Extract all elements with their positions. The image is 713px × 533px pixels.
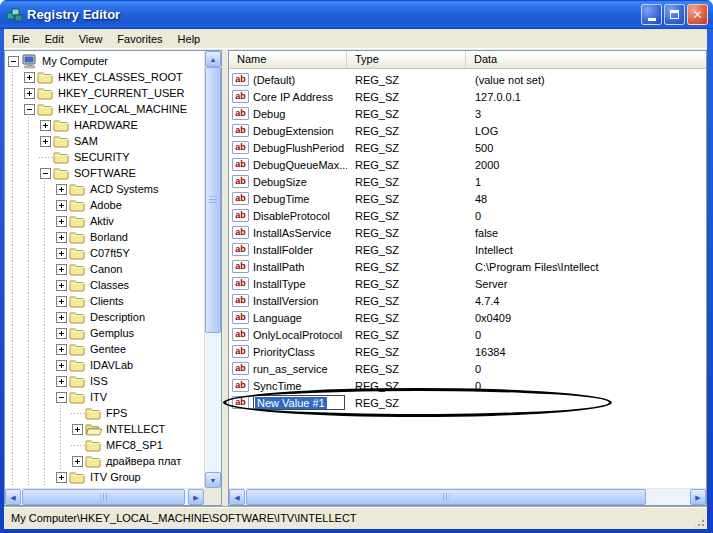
collapse-minus-icon[interactable] [56, 392, 67, 403]
expand-plus-icon[interactable] [56, 248, 67, 259]
registry-value-row[interactable]: abOnlyLocalProtocolREG_SZ0 [229, 326, 706, 343]
expand-plus-icon[interactable] [56, 216, 67, 227]
scroll-down-button[interactable]: ▼ [205, 472, 221, 488]
expand-plus-icon[interactable] [56, 232, 67, 243]
scroll-left-button[interactable]: ◀ [5, 489, 21, 505]
collapse-minus-icon[interactable] [40, 168, 51, 179]
tree-horizontal-scrollbar[interactable]: ◀ ▶ [5, 488, 204, 505]
tree-item-itv[interactable]: ITV [5, 389, 204, 405]
menu-item-view[interactable]: View [72, 30, 111, 48]
titlebar[interactable]: Registry Editor ✕ [0, 0, 713, 29]
close-button[interactable]: ✕ [687, 4, 708, 25]
tree-item-adobe[interactable]: Adobe [5, 197, 204, 213]
column-header-type[interactable]: Type [347, 51, 466, 68]
scroll-thumb[interactable] [246, 489, 646, 505]
expand-plus-icon[interactable] [56, 472, 67, 483]
scroll-left-button[interactable]: ◀ [229, 489, 245, 505]
scroll-right-button[interactable]: ▶ [188, 489, 204, 505]
expand-plus-icon[interactable] [56, 296, 67, 307]
minimize-button[interactable] [641, 4, 662, 25]
tree-item-aktiv[interactable]: Aktiv [5, 213, 204, 229]
registry-value-row[interactable]: abDebugExtensionREG_SZLOG [229, 122, 706, 139]
registry-value-row[interactable]: abCore IP AddressREG_SZ127.0.0.1 [229, 88, 706, 105]
tree-item-idavlab[interactable]: IDAVLab [5, 357, 204, 373]
tree-item-security[interactable]: SECURITY [5, 149, 204, 165]
list-horizontal-scrollbar[interactable]: ◀ ▶ [229, 488, 706, 505]
tree-vertical-scrollbar[interactable]: ▲ ▼ [204, 51, 221, 488]
tree-item-borland[interactable]: Borland [5, 229, 204, 245]
expand-plus-icon[interactable] [24, 88, 35, 99]
registry-value-row[interactable]: ab(Default)REG_SZ(value not set) [229, 71, 706, 88]
scroll-right-button[interactable]: ▶ [690, 489, 706, 505]
expand-plus-icon[interactable] [40, 120, 51, 131]
tree-item-hkey-classes-root[interactable]: HKEY_CLASSES_ROOT [5, 69, 204, 85]
menu-item-favorites[interactable]: Favorites [110, 30, 170, 48]
collapse-minus-icon[interactable] [24, 104, 35, 115]
registry-value-row[interactable]: abLanguageREG_SZ0x0409 [229, 309, 706, 326]
tree-item-hardware[interactable]: HARDWARE [5, 117, 204, 133]
menu-item-help[interactable]: Help [171, 30, 209, 48]
expand-plus-icon[interactable] [56, 184, 67, 195]
expand-plus-icon[interactable] [56, 264, 67, 275]
expand-plus-icon[interactable] [56, 280, 67, 291]
tree-item-gentee[interactable]: Gentee [5, 341, 204, 357]
scroll-track[interactable] [245, 489, 690, 505]
tree-item-acd-systems[interactable]: ACD Systems [5, 181, 204, 197]
maximize-button[interactable] [664, 4, 685, 25]
expand-plus-icon[interactable] [72, 424, 83, 435]
tree-item-gemplus[interactable]: Gemplus [5, 325, 204, 341]
tree-item-canon[interactable]: Canon [5, 261, 204, 277]
menu-item-file[interactable]: File [5, 30, 38, 48]
scroll-track[interactable] [21, 489, 188, 505]
tree-item-sam[interactable]: SAM [5, 133, 204, 149]
registry-value-row[interactable]: abInstallTypeREG_SZServer [229, 275, 706, 292]
tree-item-software[interactable]: SOFTWARE [5, 165, 204, 181]
tree-item-itv-group[interactable]: ITV Group [5, 469, 204, 485]
scroll-thumb[interactable] [205, 67, 221, 333]
expand-plus-icon[interactable] [56, 312, 67, 323]
tree-item-clients[interactable]: Clients [5, 293, 204, 309]
tree-item-mfc8-sp1[interactable]: MFC8_SP1 [5, 437, 204, 453]
expand-plus-icon[interactable] [56, 328, 67, 339]
registry-value-row[interactable]: abInstallAsServiceREG_SZfalse [229, 224, 706, 241]
registry-value-row[interactable]: abPriorityClassREG_SZ16384 [229, 343, 706, 360]
column-header-data[interactable]: Data [466, 51, 706, 68]
tree-item-classes[interactable]: Classes [5, 277, 204, 293]
rename-edit-box[interactable]: New Value #1 [253, 395, 345, 410]
registry-value-row[interactable]: abInstallVersionREG_SZ4.7.4 [229, 292, 706, 309]
collapse-minus-icon[interactable] [8, 56, 19, 67]
registry-value-row[interactable]: abDebugTimeREG_SZ48 [229, 190, 706, 207]
tree-item-hkey-current-user[interactable]: HKEY_CURRENT_USER [5, 85, 204, 101]
registry-value-row[interactable]: abSyncTimeREG_SZ0 [229, 377, 706, 394]
registry-value-row[interactable]: abDebugREG_SZ3 [229, 105, 706, 122]
registry-value-row[interactable]: abDebugSizeREG_SZ1 [229, 173, 706, 190]
expand-plus-icon[interactable] [56, 360, 67, 371]
scroll-thumb[interactable] [22, 489, 185, 505]
tree-item-intellect[interactable]: INTELLECT [5, 421, 204, 437]
expand-plus-icon[interactable] [56, 344, 67, 355]
expand-plus-icon[interactable] [72, 456, 83, 467]
scroll-track[interactable] [205, 67, 221, 472]
registry-value-row[interactable]: abDebugQueueMax...REG_SZ2000 [229, 156, 706, 173]
tree-item-fps[interactable]: FPS [5, 405, 204, 421]
registry-value-row[interactable]: abDebugFlushPeriodREG_SZ500 [229, 139, 706, 156]
expand-plus-icon[interactable] [56, 200, 67, 211]
registry-value-row[interactable]: abDisableProtocolREG_SZ0 [229, 207, 706, 224]
registry-value-row[interactable]: abrun_as_serviceREG_SZ0 [229, 360, 706, 377]
expand-plus-icon[interactable] [56, 376, 67, 387]
expand-plus-icon[interactable] [24, 72, 35, 83]
registry-value-row[interactable]: abInstallPathREG_SZC:\Program Files\Inte… [229, 258, 706, 275]
menu-item-edit[interactable]: Edit [38, 30, 72, 48]
scroll-up-button[interactable]: ▲ [205, 51, 221, 67]
registry-value-row[interactable]: abInstallFolderREG_SZIntellect [229, 241, 706, 258]
expand-plus-icon[interactable] [40, 136, 51, 147]
tree-item-c07ft5y[interactable]: C07ft5Y [5, 245, 204, 261]
tree-item-description[interactable]: Description [5, 309, 204, 325]
column-header-name[interactable]: Name [229, 51, 347, 68]
tree-item-iss[interactable]: ISS [5, 373, 204, 389]
tree-item[interactable]: драйвера плат [5, 453, 204, 469]
registry-value-row[interactable]: abNew Value #1REG_SZ [229, 394, 706, 411]
tree-item-my-computer[interactable]: My Computer [5, 53, 204, 69]
resize-grip[interactable] [693, 515, 706, 528]
tree-item-hkey-local-machine[interactable]: HKEY_LOCAL_MACHINE [5, 101, 204, 117]
